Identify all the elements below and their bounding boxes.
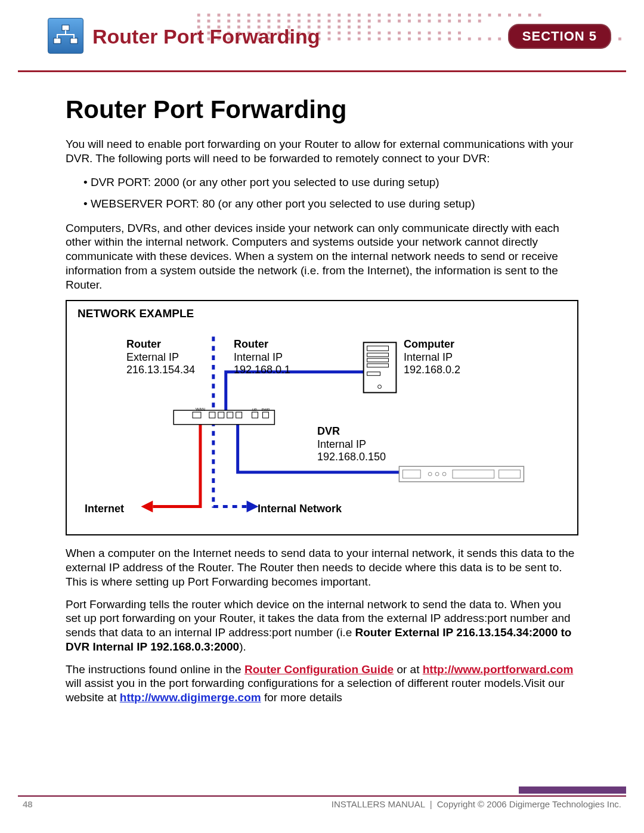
header-title: Router Port Forwarding bbox=[92, 25, 320, 48]
svg-text:PWR: PWR bbox=[261, 408, 270, 411]
footer-manual: INSTALLERS MANUAL bbox=[332, 799, 425, 809]
bullet-dvr-port: DVR PORT: 2000 (or any other port you se… bbox=[83, 174, 578, 191]
digimerge-link[interactable]: http://www.digimerge.com bbox=[120, 691, 261, 704]
network-diagram: NETWORK EXAMPLE WAN UP PWR bbox=[66, 300, 578, 535]
router-internal-label: Router Internal IP 192.168.0.1 bbox=[234, 338, 290, 377]
footer-accent bbox=[519, 786, 626, 794]
dvr-label: DVR Internal IP 192.168.0.150 bbox=[317, 425, 386, 464]
page-header: ■ ■ ■ ■ ■ ■ ■ ■ ■ ■ ■ ■ ■ ■ ■ ■ ■ ■ ■ ■ … bbox=[0, 0, 644, 72]
port-list: DVR PORT: 2000 (or any other port you se… bbox=[83, 174, 578, 213]
router-config-guide-link[interactable]: Router Configuration Guide bbox=[244, 663, 394, 676]
intro-paragraph: You will need to enable port forwarding … bbox=[66, 137, 578, 166]
page-footer: 48 INSTALLERS MANUAL | Copyright © 2006 … bbox=[18, 795, 626, 809]
page-number: 48 bbox=[18, 799, 33, 809]
page-content: Router Port Forwarding You will need to … bbox=[0, 72, 644, 705]
network-icon bbox=[48, 18, 83, 54]
port-forwarding-paragraph: Port Forwarding tells the router which d… bbox=[66, 597, 578, 654]
svg-marker-5 bbox=[247, 501, 259, 513]
svg-rect-2 bbox=[70, 38, 78, 44]
network-explain-paragraph: Computers, DVRs, and other devices insid… bbox=[66, 221, 578, 292]
internet-label: Internet bbox=[85, 503, 124, 516]
svg-rect-1 bbox=[54, 38, 61, 44]
svg-text:WAN: WAN bbox=[196, 407, 205, 411]
internal-network-label: Internal Network bbox=[258, 503, 342, 516]
portforward-link[interactable]: http://www.portforward.com bbox=[423, 663, 574, 676]
header-underline bbox=[18, 70, 626, 72]
footer-copyright: Copyright © 2006 Digimerge Technologies … bbox=[437, 799, 621, 809]
computer-label: Computer Internal IP 192.168.0.2 bbox=[404, 338, 460, 377]
router-decision-paragraph: When a computer on the Internet needs to… bbox=[66, 546, 578, 589]
section-pill: SECTION 5 bbox=[508, 24, 611, 49]
bullet-webserver-port: WEBSERVER PORT: 80 (or any other port yo… bbox=[83, 196, 578, 213]
page-title: Router Port Forwarding bbox=[66, 95, 578, 124]
router-external-label: Router External IP 216.13.154.34 bbox=[126, 338, 195, 377]
links-paragraph: The instructions found online in the Rou… bbox=[66, 662, 578, 705]
diagram-svg: WAN UP PWR bbox=[67, 301, 577, 534]
svg-text:UP: UP bbox=[252, 408, 257, 411]
svg-rect-0 bbox=[62, 25, 69, 30]
svg-marker-6 bbox=[141, 501, 153, 513]
svg-rect-25 bbox=[399, 466, 524, 482]
